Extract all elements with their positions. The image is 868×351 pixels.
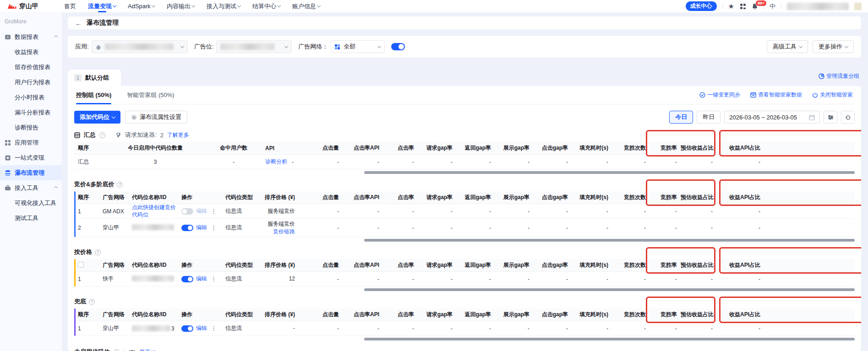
nav-item-adspark[interactable]: AdSpark — [128, 0, 155, 13]
sidebar-item-hourly-report[interactable]: 分小时报表 — [0, 90, 62, 105]
horizontal-scrollbar[interactable] — [364, 171, 855, 174]
chevron-down-icon — [284, 44, 288, 48]
today-button[interactable]: 今日 — [669, 111, 693, 124]
chevron-down-icon — [112, 114, 115, 118]
tab-default-group[interactable]: 1 默认分组 — [68, 70, 121, 86]
sidebar-item-revenue-report[interactable]: 收益报表 — [0, 44, 62, 59]
add-code-slot-button[interactable]: 添加代码位 — [74, 111, 120, 124]
metric-value: - — [297, 325, 343, 332]
sidebar-item-test-tool[interactable]: 测试工具 — [0, 211, 62, 226]
sidebar-item-one-stop[interactable]: 一站式变现 — [0, 150, 62, 165]
horizontal-scrollbar[interactable] — [364, 239, 855, 242]
one-click-sync-link[interactable]: 一键变更同步 — [699, 91, 740, 99]
tab-smart-butler-group[interactable]: 智能管家组 (50%) — [127, 86, 174, 104]
more-menu-icon[interactable]: ⋮ — [210, 208, 218, 215]
nav-item-integration-test[interactable]: 接入与测试 — [207, 0, 240, 13]
apps-grid-icon[interactable] — [740, 3, 746, 10]
sidebar-item-data-report[interactable]: 数据报表 — [0, 29, 62, 44]
bidding-chain-link[interactable]: 竞价链路 — [273, 228, 295, 235]
help-icon[interactable] — [99, 132, 105, 138]
sidebar-item-retention-report[interactable]: 留存价值报表 — [0, 59, 62, 75]
network-grid-icon — [335, 44, 340, 49]
create-bidding-slot-link[interactable]: 点此快捷创建竞价代码位 — [132, 204, 178, 218]
column-settings-button[interactable] — [824, 111, 837, 124]
sidebar-item-behavior-report[interactable]: 用户行为报表 — [0, 75, 62, 90]
growth-center-button[interactable]: 成长中心 — [686, 1, 717, 11]
seq-value: 1 — [74, 208, 99, 215]
avatar[interactable] — [854, 3, 862, 10]
metric-value: - — [343, 276, 383, 282]
date-range-picker[interactable]: 2026-03-05 ~ 2026-03-05 — [724, 111, 820, 124]
row-enable-toggle[interactable] — [181, 325, 193, 332]
network-select[interactable]: 全部 — [331, 40, 385, 53]
star-icon[interactable]: ★ — [728, 2, 734, 11]
metric-value: - — [650, 208, 681, 215]
yesterday-button[interactable]: 昨日 — [697, 111, 721, 124]
metric-col-header: 预估收益占比 — [681, 261, 716, 269]
nav-item-account[interactable]: 账户信息 — [292, 0, 320, 13]
help-icon[interactable] — [89, 299, 95, 305]
help-icon[interactable] — [95, 249, 101, 255]
sidebar-item-visual-access-tool[interactable]: 可视化接入工具 — [0, 195, 62, 211]
user-account-redacted[interactable] — [787, 3, 849, 10]
learn-more-link[interactable]: 了解更多 — [167, 131, 189, 139]
row-enable-toggle[interactable] — [181, 225, 193, 231]
nav-item-monetization[interactable]: 流量变现 — [88, 0, 116, 13]
sidebar: GroMore 数据报表 收益报表 留存价值报表 用户行为报表 分小时报表 漏斗… — [0, 13, 62, 351]
notification-bell-icon[interactable]: 99+ — [752, 3, 758, 10]
close-smart-butler-link[interactable]: 关闭智能管家 — [812, 91, 853, 99]
view-smart-butler-data-link[interactable]: 查看智能管家数据 — [750, 91, 802, 99]
help-icon[interactable] — [117, 182, 123, 188]
edit-link[interactable]: 编辑 — [196, 207, 207, 215]
adslot-select[interactable] — [216, 40, 292, 53]
chevron-down-icon — [317, 4, 321, 7]
power-icon — [812, 92, 818, 98]
help-icon[interactable] — [114, 349, 120, 351]
sidebar-item-app-management[interactable]: 应用管理 — [0, 135, 62, 150]
edit-link[interactable]: 编辑 — [196, 324, 207, 332]
adslot-value-redacted — [220, 43, 274, 50]
sidebar-item-diagnosis-report[interactable]: 诊断报告 — [0, 120, 62, 135]
chevron-down-icon — [377, 44, 381, 48]
manage-traffic-groups-link[interactable]: 管理流量分组 — [819, 72, 859, 80]
more-actions-button[interactable]: 更多操作 — [813, 40, 854, 53]
more-menu-icon[interactable]: ⋮ — [210, 224, 218, 231]
horizontal-scrollbar[interactable] — [364, 288, 855, 291]
sidebar-item-waterfall-management[interactable]: 瀑布流管理 — [0, 165, 62, 180]
waterfall-settings-button[interactable]: 瀑布流属性设置 — [125, 111, 187, 124]
metric-value: - — [297, 225, 343, 231]
row-enable-toggle[interactable] — [181, 208, 193, 215]
app-select[interactable] — [92, 40, 188, 53]
more-menu-icon[interactable]: ⋮ — [210, 325, 218, 332]
row-enable-toggle[interactable] — [181, 276, 193, 282]
nav-item-content-output[interactable]: 内容输出 — [167, 0, 195, 13]
back-arrow-icon[interactable]: ← — [75, 19, 82, 27]
horizontal-scrollbar[interactable] — [364, 338, 855, 340]
type-value: 信息流 — [222, 275, 260, 283]
edit-link[interactable]: 编辑 — [196, 224, 207, 232]
select-all-checkbox[interactable] — [78, 262, 84, 268]
advanced-tools-button[interactable]: 高级工具 — [767, 40, 808, 53]
expand-link[interactable]: 展开 — [139, 348, 155, 351]
language-switch[interactable]: 中 — [770, 2, 775, 11]
metric-value: - — [572, 159, 612, 165]
nav-item-settlement[interactable]: 结算中心 — [252, 0, 280, 13]
toolbox-icon — [5, 185, 11, 191]
summary-row: 汇总 3 - 诊断分析- ------------ — [74, 155, 855, 169]
edit-link[interactable]: 编辑 — [196, 275, 207, 283]
nav-item-home[interactable]: 首页 — [64, 0, 76, 13]
sidebar-item-access-tools[interactable]: 接入工具 — [0, 180, 62, 195]
metric-value: - — [297, 276, 343, 282]
metric-value: - — [716, 208, 764, 215]
metric-col-header: 点击gap率 — [533, 311, 572, 319]
tab-control-group[interactable]: 控制组 (50%) — [76, 86, 111, 104]
accelerator-icon — [115, 132, 121, 138]
chevron-down-icon — [152, 4, 155, 7]
diagnosis-link[interactable]: 诊断分析 — [265, 158, 287, 166]
network-filter-toggle[interactable] — [391, 43, 405, 50]
sidebar-item-funnel-report[interactable]: 漏斗分析报表 — [0, 105, 62, 120]
more-menu-icon[interactable]: ⋮ — [210, 275, 218, 282]
refresh-download-button[interactable] — [841, 111, 855, 124]
logo[interactable]: 穿山甲 — [6, 2, 60, 11]
metric-col-header: 竞胜次数 — [612, 194, 650, 201]
